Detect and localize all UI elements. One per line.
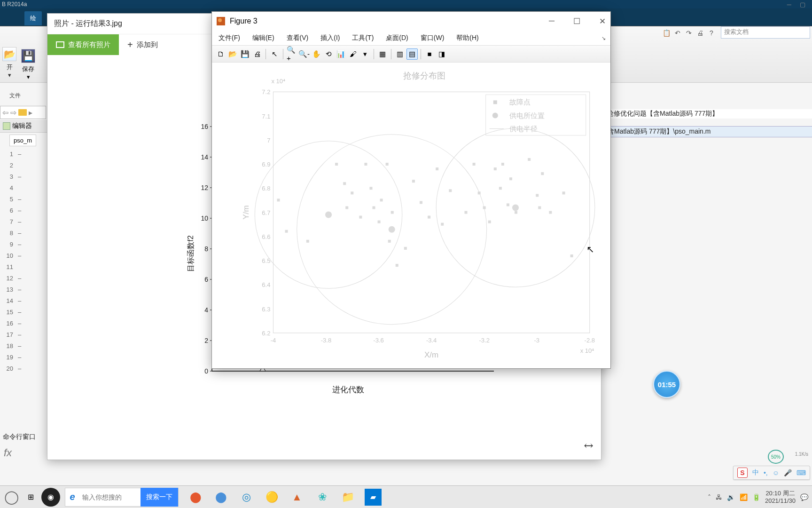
fx-prompt-icon[interactable]: fx — [4, 447, 12, 459]
svg-point-65 — [492, 112, 498, 118]
undo-icon[interactable]: ↶ — [673, 28, 682, 38]
task-view-button[interactable]: ⊞ — [23, 492, 39, 501]
ime-voice-icon[interactable]: 🎤 — [784, 469, 792, 476]
fullscreen-icon[interactable]: ⤢ — [581, 437, 597, 453]
edge-app-icon[interactable]: ◎ — [238, 489, 255, 506]
legend-icon[interactable]: ▥ — [394, 48, 406, 60]
view-all-photos-button[interactable]: 查看所有照片 — [47, 34, 119, 55]
svg-text:x 10⁴: x 10⁴ — [271, 78, 285, 85]
open-button[interactable]: 📂 开▾ — [0, 47, 19, 79]
editor-file-tab[interactable]: pso_m — [9, 135, 36, 146]
minimize-icon[interactable]: ─ — [787, 1, 791, 8]
figure-titlebar[interactable]: Figure 3 ─ ☐ ✕ — [212, 12, 610, 31]
app-icon-1[interactable]: ⬤ — [187, 489, 204, 506]
app-icon-6[interactable]: ❀ — [314, 489, 331, 506]
svg-rect-84 — [369, 187, 372, 190]
rotate3d-icon[interactable]: ⟲ — [323, 48, 334, 60]
colorbar-icon[interactable]: ▦ — [377, 48, 388, 60]
help-icon[interactable]: ? — [707, 28, 716, 38]
zoom-in-icon[interactable]: 🔍+ — [286, 48, 297, 60]
menu-view[interactable]: 查看(V) — [287, 34, 309, 42]
tray-network-icon[interactable]: 🖧 — [716, 493, 722, 501]
ime-keyboard-icon[interactable]: ⌨ — [796, 469, 806, 476]
minimize-icon[interactable]: ─ — [549, 16, 554, 26]
recording-timer-badge[interactable]: 01:55 — [653, 371, 680, 398]
svg-rect-90 — [391, 211, 394, 214]
svg-point-74 — [512, 204, 519, 211]
scatter-plot-canvas: 抢修分布图 6.26.36.4 6.56.66.7 6.86.97 7.17.2… — [231, 68, 604, 361]
tray-chevron-up-icon[interactable]: ˄ — [708, 493, 711, 501]
open-icon[interactable]: 📂 — [227, 48, 238, 60]
tray-wifi-icon[interactable]: 📶 — [740, 493, 748, 501]
tray-volume-icon[interactable]: 🔉 — [727, 493, 735, 501]
datacursor-icon[interactable]: 📊 — [335, 48, 346, 60]
svg-rect-86 — [378, 221, 381, 223]
svg-text:目标函数f2: 目标函数f2 — [187, 235, 195, 271]
editor-label: 编辑器 — [12, 122, 32, 130]
back-arrow-icon[interactable]: ⇦ — [2, 108, 8, 117]
taskbar-clock[interactable]: 20:10 周二 2021/11/30 — [765, 490, 796, 504]
svg-rect-78 — [335, 163, 338, 166]
menu-tools[interactable]: 工具(T) — [352, 34, 374, 42]
menu-window[interactable]: 窗口(W) — [421, 34, 445, 42]
link-icon[interactable]: ▾ — [359, 48, 371, 60]
ie-icon: e — [65, 492, 79, 502]
svg-rect-115 — [562, 191, 565, 194]
menu-file[interactable]: 文件(F) — [219, 34, 240, 42]
save-icon[interactable]: 💾 — [239, 48, 250, 60]
tray-battery-icon[interactable]: 🔋 — [752, 493, 760, 501]
obs-app-icon[interactable]: ◉ — [41, 488, 60, 507]
network-usage-badge[interactable]: 50% — [768, 450, 784, 464]
taskbar-search[interactable]: e 搜索一下 — [65, 488, 179, 507]
pointer-icon[interactable]: ↖ — [269, 48, 280, 60]
print-icon[interactable]: 🖨 — [251, 48, 263, 60]
maximize-icon[interactable]: ☐ — [573, 16, 580, 26]
menu-insert[interactable]: 插入(I) — [320, 34, 340, 42]
browser-app-icon[interactable]: 🟡 — [263, 489, 280, 506]
redo-icon[interactable]: ↷ — [684, 28, 694, 38]
search-go-button[interactable]: 搜索一下 — [141, 488, 178, 507]
menu-help[interactable]: 帮助(H) — [456, 34, 478, 42]
editor-panel: 编辑器 pso_m 1–23– 45–6– 7–8–9– 10–1112– 13… — [0, 120, 47, 374]
figure-window: Figure 3 ─ ☐ ✕ 文件(F) 编辑(E) 查看(V) 插入(I) 工… — [211, 11, 611, 369]
plottools-icon[interactable]: ▤ — [406, 48, 418, 60]
dock-icon[interactable]: ↘ — [601, 35, 606, 41]
search-input[interactable] — [79, 489, 141, 506]
svg-rect-96 — [436, 167, 438, 170]
doc-search-field[interactable]: 搜索文档 — [721, 26, 810, 39]
new-figure-icon[interactable]: 🗋 — [215, 48, 226, 60]
sogou-logo-icon[interactable]: S — [737, 468, 748, 478]
zoom-out-icon[interactable]: 🔍- — [298, 48, 310, 60]
matlab-app-icon[interactable]: ▲ — [289, 489, 305, 506]
pan-icon[interactable]: ✋ — [311, 48, 322, 60]
paste-icon[interactable]: 📋 — [662, 28, 671, 38]
ime-lang[interactable]: 中 — [752, 468, 759, 477]
app-icon-2[interactable]: ⬤ — [212, 489, 229, 506]
current-folder-bar[interactable]: ⇦ ⇨ ▸ — [0, 106, 46, 119]
save-button[interactable]: 💾 保存▾ — [19, 49, 38, 80]
close-icon[interactable]: ✕ — [599, 16, 606, 26]
ime-emoji-icon[interactable]: ☺ — [773, 469, 779, 476]
ribbon-tab-plot[interactable]: 绘 — [24, 11, 42, 25]
brush-icon[interactable]: 🖌 — [347, 48, 359, 60]
editor-file-path[interactable]: 含Matlab源码 777期】\pso_main.m — [606, 126, 812, 137]
hide-plottools-icon[interactable]: ■ — [424, 48, 435, 60]
photos-app-icon[interactable]: ▰ — [365, 489, 382, 506]
show-plottools-icon[interactable]: ◨ — [436, 48, 447, 60]
explorer-app-icon[interactable]: 📁 — [339, 489, 356, 506]
windows-taskbar: ◯ ⊞ ◉ e 搜索一下 ⬤ ⬤ ◎ 🟡 ▲ ❀ 📁 ▰ ˄ 🖧 🔉 📶 🔋 2… — [0, 485, 812, 508]
ime-toolbar[interactable]: S 中 •, ☺ 🎤 ⌨ — [733, 466, 810, 480]
svg-rect-100 — [473, 163, 476, 166]
add-to-button[interactable]: + 添加到 — [119, 34, 166, 55]
print-icon[interactable]: 🖨 — [695, 28, 705, 38]
fwd-arrow-icon[interactable]: ⇨ — [10, 108, 16, 117]
start-button[interactable]: ◯ — [0, 486, 23, 508]
save-label: 保存 — [22, 65, 34, 72]
svg-rect-91 — [396, 264, 398, 267]
ime-punct-icon[interactable]: •, — [764, 469, 768, 476]
gallery-icon — [56, 41, 64, 48]
notifications-icon[interactable]: 💬 — [800, 493, 808, 501]
menu-edit[interactable]: 编辑(E) — [252, 34, 274, 42]
maximize-icon[interactable]: ▢ — [800, 1, 805, 8]
menu-desktop[interactable]: 桌面(D) — [386, 34, 408, 42]
